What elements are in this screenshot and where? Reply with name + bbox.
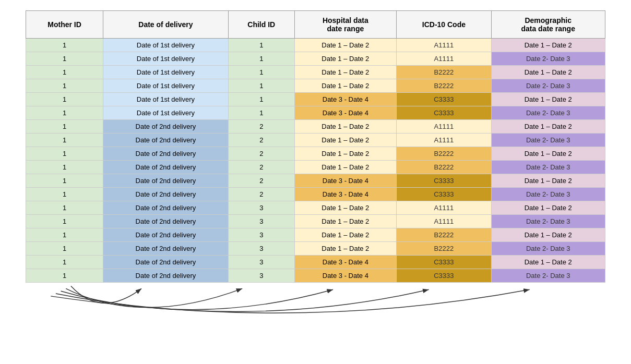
cell-delivery-date: Date of 1st delivery — [103, 93, 228, 106]
cell-hospital-date: Date 1 – Date 2 — [294, 79, 397, 93]
table-row: 1Date of 1st delivery1Date 1 – Date 2A11… — [26, 52, 605, 66]
table-row: 1Date of 2nd delivery3Date 3 - Date 4C33… — [26, 269, 605, 283]
cell-hospital-date: Date 3 - Date 4 — [294, 174, 397, 188]
table-row: 1Date of 2nd delivery2Date 3 - Date 4C33… — [26, 188, 605, 201]
cell-delivery-date: Date of 2nd delivery — [103, 147, 228, 161]
header-delivery: Date of delivery — [103, 11, 228, 39]
cell-delivery-date: Date of 2nd delivery — [103, 120, 228, 134]
header-hospital: Hospital datadate range — [294, 11, 397, 39]
cell-child-id: 1 — [228, 52, 294, 66]
table-row: 1Date of 2nd delivery2Date 1 – Date 2A11… — [26, 134, 605, 147]
header-mother: Mother ID — [26, 11, 103, 39]
cell-demo-date: Date 1 – Date 2 — [491, 93, 605, 106]
cell-delivery-date: Date of 1st delivery — [103, 106, 228, 120]
cell-hospital-date: Date 1 – Date 2 — [294, 134, 397, 147]
cell-delivery-date: Date of 2nd delivery — [103, 242, 228, 256]
cell-demo-date: Date 2- Date 3 — [491, 161, 605, 174]
table-row: 1Date of 2nd delivery2Date 1 – Date 2B22… — [26, 147, 605, 161]
cell-child-id: 2 — [228, 134, 294, 147]
arrows-svg — [26, 283, 605, 335]
cell-demo-date: Date 2- Date 3 — [491, 188, 605, 201]
cell-delivery-date: Date of 2nd delivery — [103, 215, 228, 228]
cell-delivery-date: Date of 2nd delivery — [103, 134, 228, 147]
table-row: 1Date of 2nd delivery2Date 1 – Date 2A11… — [26, 120, 605, 134]
table-row: 1Date of 1st delivery1Date 3 - Date 4C33… — [26, 106, 605, 120]
cell-child-id: 1 — [228, 93, 294, 106]
cell-mother-id: 1 — [26, 201, 103, 215]
cell-hospital-date: Date 3 - Date 4 — [294, 93, 397, 106]
cell-icd-code: A1111 — [397, 39, 491, 52]
cell-child-id: 2 — [228, 147, 294, 161]
cell-demo-date: Date 2- Date 3 — [491, 134, 605, 147]
cell-delivery-date: Date of 2nd delivery — [103, 174, 228, 188]
cell-demo-date: Date 1 – Date 2 — [491, 147, 605, 161]
table-row: 1Date of 1st delivery1Date 3 - Date 4C33… — [26, 93, 605, 106]
cell-child-id: 2 — [228, 161, 294, 174]
cell-child-id: 1 — [228, 39, 294, 52]
cell-child-id: 3 — [228, 256, 294, 269]
cell-delivery-date: Date of 2nd delivery — [103, 228, 228, 242]
cell-icd-code: B2222 — [397, 228, 491, 242]
cell-mother-id: 1 — [26, 93, 103, 106]
cell-icd-code: B2222 — [397, 147, 491, 161]
cell-mother-id: 1 — [26, 120, 103, 134]
cell-hospital-date: Date 1 – Date 2 — [294, 242, 397, 256]
cell-icd-code: B2222 — [397, 242, 491, 256]
cell-child-id: 3 — [228, 201, 294, 215]
cell-hospital-date: Date 1 – Date 2 — [294, 201, 397, 215]
cell-hospital-date: Date 1 – Date 2 — [294, 39, 397, 52]
cell-demo-date: Date 2- Date 3 — [491, 52, 605, 66]
cell-demo-date: Date 1 – Date 2 — [491, 66, 605, 79]
cell-hospital-date: Date 1 – Date 2 — [294, 66, 397, 79]
cell-mother-id: 1 — [26, 174, 103, 188]
cell-delivery-date: Date of 2nd delivery — [103, 256, 228, 269]
cell-child-id: 1 — [228, 66, 294, 79]
cell-demo-date: Date 1 – Date 2 — [491, 120, 605, 134]
cell-demo-date: Date 2- Date 3 — [491, 79, 605, 93]
table-row: 1Date of 2nd delivery3Date 1 – Date 2A11… — [26, 201, 605, 215]
cell-icd-code: C3333 — [397, 174, 491, 188]
cell-demo-date: Date 2- Date 3 — [491, 215, 605, 228]
table-row: 1Date of 2nd delivery3Date 1 – Date 2A11… — [26, 215, 605, 228]
cell-hospital-date: Date 3 - Date 4 — [294, 256, 397, 269]
cell-child-id: 2 — [228, 174, 294, 188]
cell-mother-id: 1 — [26, 39, 103, 52]
cell-mother-id: 1 — [26, 256, 103, 269]
cell-icd-code: C3333 — [397, 256, 491, 269]
cell-delivery-date: Date of 1st delivery — [103, 39, 228, 52]
cell-hospital-date: Date 1 – Date 2 — [294, 120, 397, 134]
cell-child-id: 2 — [228, 188, 294, 201]
table-row: 1Date of 2nd delivery3Date 1 – Date 2B22… — [26, 242, 605, 256]
cell-hospital-date: Date 3 - Date 4 — [294, 188, 397, 201]
cell-hospital-date: Date 1 – Date 2 — [294, 228, 397, 242]
cell-mother-id: 1 — [26, 66, 103, 79]
main-container: Mother ID Date of delivery Child ID Hosp… — [10, 10, 621, 335]
cell-icd-code: A1111 — [397, 120, 491, 134]
cell-mother-id: 1 — [26, 269, 103, 283]
cell-icd-code: C3333 — [397, 269, 491, 283]
cell-mother-id: 1 — [26, 161, 103, 174]
header-icd: ICD-10 Code — [397, 11, 491, 39]
cell-mother-id: 1 — [26, 242, 103, 256]
table-row: 1Date of 2nd delivery3Date 3 - Date 4C33… — [26, 256, 605, 269]
data-table: Mother ID Date of delivery Child ID Hosp… — [26, 10, 605, 283]
cell-icd-code: C3333 — [397, 106, 491, 120]
cell-icd-code: A1111 — [397, 134, 491, 147]
cell-mother-id: 1 — [26, 52, 103, 66]
cell-mother-id: 1 — [26, 79, 103, 93]
cell-hospital-date: Date 1 – Date 2 — [294, 161, 397, 174]
cell-delivery-date: Date of 1st delivery — [103, 66, 228, 79]
table-row: 1Date of 1st delivery1Date 1 – Date 2B22… — [26, 79, 605, 93]
table-row: 1Date of 2nd delivery3Date 1 – Date 2B22… — [26, 228, 605, 242]
cell-delivery-date: Date of 2nd delivery — [103, 269, 228, 283]
table-row: 1Date of 1st delivery1Date 1 – Date 2A11… — [26, 39, 605, 52]
cell-delivery-date: Date of 1st delivery — [103, 52, 228, 66]
cell-demo-date: Date 2- Date 3 — [491, 269, 605, 283]
cell-child-id: 1 — [228, 106, 294, 120]
cell-child-id: 1 — [228, 79, 294, 93]
header-demographic: Demographicdata date range — [491, 11, 605, 39]
cell-demo-date: Date 2- Date 3 — [491, 242, 605, 256]
cell-delivery-date: Date of 2nd delivery — [103, 161, 228, 174]
cell-demo-date: Date 1 – Date 2 — [491, 256, 605, 269]
cell-mother-id: 1 — [26, 147, 103, 161]
